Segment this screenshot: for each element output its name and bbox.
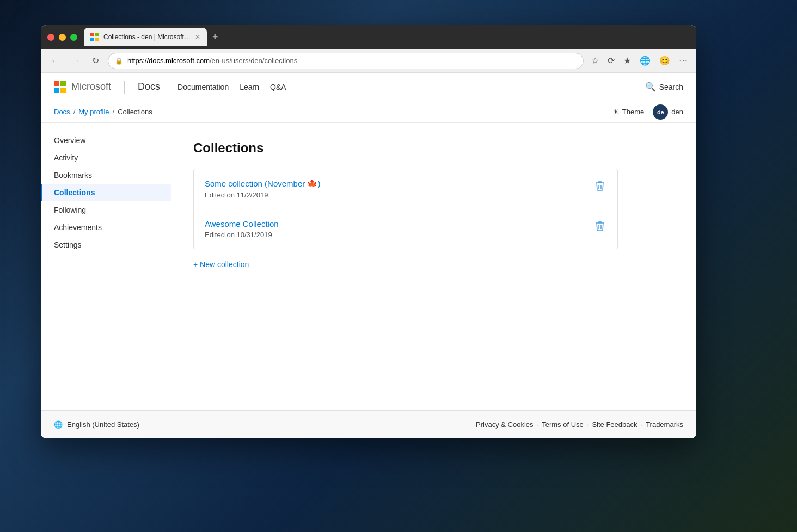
footer-feedback[interactable]: Site Feedback (592, 420, 637, 429)
tab-title: Collections - den | Microsoft Do... (103, 33, 191, 41)
refresh-icon[interactable]: ⟳ (605, 53, 617, 68)
user-name: den (671, 108, 683, 116)
sidebar-item-achievements[interactable]: Achievements (41, 219, 171, 236)
globe-icon: 🌐 (54, 420, 63, 429)
breadcrumb-current: Collections (118, 108, 152, 116)
collection-info-2: Awesome Collection Edited on 10/31/2019 (205, 219, 279, 239)
collection-info-1: Some collection (November 🍁) Edited on 1… (205, 179, 320, 199)
collection-name-1[interactable]: Some collection (November 🍁) (205, 179, 320, 189)
footer-locale: 🌐 English (United States) (54, 420, 139, 429)
favorites-icon[interactable]: ★ (621, 53, 633, 68)
breadcrumb-sep-2: / (113, 108, 115, 116)
breadcrumb-right: ☀ Theme de den (612, 104, 683, 120)
minimize-traffic-light[interactable] (59, 34, 66, 41)
nav-divider (124, 81, 125, 94)
tab-favicon (90, 33, 99, 41)
nav-link-learn[interactable]: Learn (240, 83, 259, 91)
sidebar: Overview Activity Bookmarks Collections … (41, 123, 171, 410)
new-tab-button[interactable]: + (209, 32, 222, 43)
delete-collection-1[interactable] (593, 179, 606, 195)
sun-icon: ☀ (612, 108, 619, 116)
locale-text: English (United States) (67, 420, 139, 429)
footer-trademarks[interactable]: Trademarks (646, 420, 683, 429)
url-text: https://docs.microsoft.com/en-us/users/d… (127, 57, 297, 65)
search-button[interactable]: 🔍 Search (645, 82, 683, 92)
breadcrumb-docs[interactable]: Docs (54, 108, 70, 116)
collection-name-2[interactable]: Awesome Collection (205, 219, 279, 228)
breadcrumb: Docs / My profile / Collections ☀ Theme … (41, 101, 696, 123)
sidebar-item-following[interactable]: Following (41, 201, 171, 219)
search-icon: 🔍 (645, 82, 656, 92)
tab-bar: Collections - den | Microsoft Do... ✕ + (84, 28, 690, 46)
title-bar: Collections - den | Microsoft Do... ✕ + (41, 25, 696, 49)
breadcrumb-my-profile[interactable]: My profile (78, 108, 109, 116)
breadcrumb-sep-1: / (73, 108, 76, 116)
collection-item-1[interactable]: Some collection (November 🍁) Edited on 1… (194, 169, 617, 209)
active-tab[interactable]: Collections - den | Microsoft Do... ✕ (84, 28, 207, 46)
menu-icon[interactable]: ⋯ (677, 53, 690, 68)
forward-button[interactable]: → (68, 54, 83, 68)
theme-button[interactable]: ☀ Theme (612, 108, 644, 116)
svg-rect-3 (95, 38, 99, 41)
search-label: Search (659, 83, 683, 91)
address-bar: ← → ↻ 🔒 https://docs.microsoft.com/en-us… (41, 49, 696, 73)
delete-collection-2[interactable] (593, 219, 606, 236)
maximize-traffic-light[interactable] (70, 34, 77, 41)
traffic-lights (47, 34, 77, 41)
browser-icon[interactable]: 🌐 (637, 53, 653, 68)
sidebar-item-activity[interactable]: Activity (41, 149, 171, 166)
reload-button[interactable]: ↻ (89, 53, 102, 68)
footer-terms[interactable]: Terms of Use (542, 420, 584, 429)
svg-rect-0 (90, 33, 94, 36)
security-lock-icon: 🔒 (115, 57, 123, 65)
url-host: https://docs.microsoft.com (127, 57, 210, 65)
new-collection-button[interactable]: + New collection (193, 258, 618, 271)
bookmark-icon[interactable]: ☆ (589, 53, 601, 68)
page-footer: 🌐 English (United States) Privacy & Cook… (41, 410, 696, 438)
footer-sep-3: · (641, 420, 643, 429)
svg-rect-2 (90, 38, 94, 41)
close-traffic-light[interactable] (47, 34, 54, 41)
back-button[interactable]: ← (47, 54, 63, 68)
nav-link-documentation[interactable]: Documentation (177, 83, 229, 91)
content-area: Collections Some collection (November 🍁)… (171, 123, 696, 410)
browser-window: Collections - den | Microsoft Do... ✕ + … (41, 25, 696, 438)
nav-link-qa[interactable]: Q&A (270, 83, 286, 91)
sidebar-item-overview[interactable]: Overview (41, 132, 171, 149)
page-title: Collections (193, 140, 675, 156)
toolbar-icons: ☆ ⟳ ★ 🌐 😊 ⋯ (589, 53, 690, 68)
url-path: /en-us/users/den/collections (210, 57, 297, 65)
sidebar-item-bookmarks[interactable]: Bookmarks (41, 166, 171, 184)
microsoft-logo[interactable]: Microsoft (54, 81, 111, 93)
collection-item-2[interactable]: Awesome Collection Edited on 10/31/2019 (194, 209, 617, 249)
svg-rect-1 (95, 33, 99, 36)
theme-label: Theme (622, 108, 644, 116)
collection-date-2: Edited on 10/31/2019 (205, 231, 279, 239)
sidebar-item-collections[interactable]: Collections (41, 184, 171, 201)
top-nav: Microsoft Docs Documentation Learn Q&A 🔍… (41, 73, 696, 101)
docs-brand[interactable]: Docs (138, 81, 160, 92)
page-content: Microsoft Docs Documentation Learn Q&A 🔍… (41, 73, 696, 438)
tab-close-button[interactable]: ✕ (195, 33, 200, 41)
url-bar[interactable]: 🔒 https://docs.microsoft.com/en-us/users… (108, 53, 584, 69)
emoji-icon[interactable]: 😊 (657, 53, 672, 68)
user-avatar: de (653, 104, 668, 120)
user-menu[interactable]: de den (653, 104, 683, 120)
main-layout: Overview Activity Bookmarks Collections … (41, 123, 696, 410)
collection-date-1: Edited on 11/2/2019 (205, 191, 320, 199)
nav-links: Documentation Learn Q&A (177, 83, 286, 91)
footer-sep-2: · (587, 420, 589, 429)
collections-card: Some collection (November 🍁) Edited on 1… (193, 169, 618, 249)
footer-sep-1: · (537, 420, 539, 429)
footer-privacy[interactable]: Privacy & Cookies (476, 420, 533, 429)
sidebar-item-settings[interactable]: Settings (41, 236, 171, 253)
footer-links: Privacy & Cookies · Terms of Use · Site … (476, 420, 683, 429)
ms-flag-icon (54, 81, 66, 93)
